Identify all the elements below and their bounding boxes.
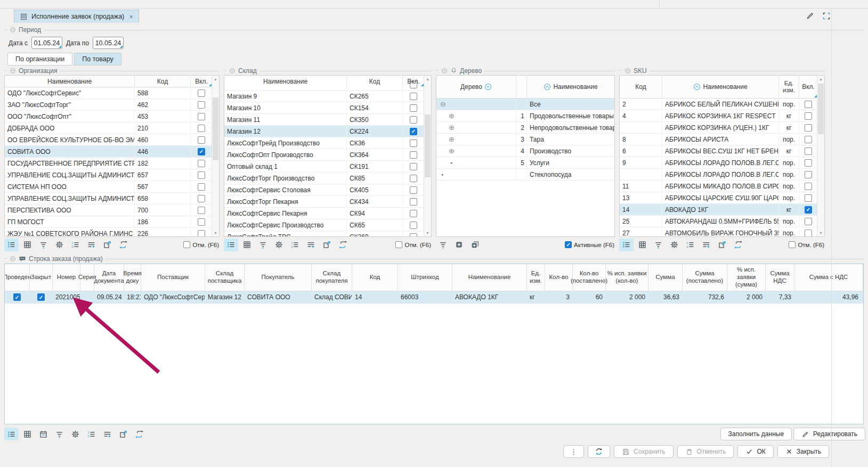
open-external-icon[interactable]: [116, 428, 131, 440]
filter-icon[interactable]: [36, 239, 51, 251]
date-to-input[interactable]: 10.05.24: [93, 37, 124, 49]
sklad-row-checkbox[interactable]: [410, 233, 417, 237]
sklad-row-checkbox[interactable]: [410, 175, 417, 182]
sort-asc-icon[interactable]: [693, 83, 701, 91]
order-closed-checkbox[interactable]: [37, 293, 45, 301]
sklad-row-checkbox[interactable]: [410, 222, 417, 229]
order-column-header[interactable]: Серия: [80, 264, 94, 291]
tree-col-tree[interactable]: Дерево: [436, 76, 516, 98]
collapse-icon[interactable]: [10, 256, 16, 262]
sklad-row[interactable]: Магазин 9 СК265: [224, 91, 424, 102]
org-row-checkbox[interactable]: [198, 218, 205, 226]
org-scrollbar[interactable]: ▲ ▼: [212, 76, 219, 236]
order-row[interactable]: 202100509.05.2418:21ОДО "ЛюксСофтСервис"…: [5, 291, 863, 304]
order-column-header[interactable]: Кол-во (поставлено): [573, 264, 606, 291]
sku-row-checkbox[interactable]: [805, 183, 812, 190]
org-row[interactable]: ЗАО "ЛюксСофтТорг" 462: [5, 99, 212, 111]
sklad-row-checkbox[interactable]: [410, 104, 417, 112]
org-col-vkl[interactable]: Вкл.: [191, 76, 212, 87]
cancel-button[interactable]: Отменить: [677, 445, 734, 458]
org-row-checkbox[interactable]: [198, 207, 205, 214]
order-column-header[interactable]: % исп. заявки (сумма): [727, 264, 766, 291]
org-col-code[interactable]: Код: [135, 76, 191, 87]
tree-active-checkbox[interactable]: [565, 241, 572, 248]
filter-icon[interactable]: [436, 239, 450, 251]
edit-pencil-icon[interactable]: [806, 11, 815, 20]
order-column-header[interactable]: Код: [352, 264, 398, 291]
sku-row[interactable]: 11 АБРИКОСЫ МИКАДО ПОЛОВ.В СИРОПЕ 8 пор.: [620, 181, 817, 192]
org-row-checkbox[interactable]: [198, 113, 205, 120]
tree-node-icon[interactable]: [439, 135, 455, 143]
sku-row-checkbox[interactable]: [805, 171, 812, 178]
tree-node-icon[interactable]: [439, 161, 452, 165]
tree-node-icon[interactable]: [439, 124, 455, 132]
order-column-header[interactable]: Кол-во: [545, 264, 573, 291]
order-column-header[interactable]: Сумма (поставлено): [683, 264, 727, 291]
scroll-thumb[interactable]: [213, 97, 218, 160]
org-row-checkbox[interactable]: [198, 160, 205, 167]
tab-by-organization[interactable]: По организации: [7, 53, 72, 65]
sku-row[interactable]: 8 АБРИКОСЫ АРИСТА пор.: [620, 134, 817, 145]
grid-view-icon[interactable]: [635, 239, 650, 251]
sku-row[interactable]: 2 АБРИКОС БЕЛЫЙ ПЕЛИКАН СУШЕНЫЙ 20 пор.: [620, 99, 817, 110]
order-column-header[interactable]: Склад покупателя: [312, 264, 352, 291]
tree-row[interactable]: Стеклопосуда: [436, 169, 614, 181]
sku-row-checkbox[interactable]: [805, 112, 812, 120]
order-column-header[interactable]: Время доку: [124, 264, 141, 291]
org-row-checkbox[interactable]: [198, 171, 205, 179]
org-row[interactable]: УПРАВЛЕНИЕ СОЦ.ЗАЩИТЫ АДМИНИСТ 657: [5, 169, 212, 181]
tree-row[interactable]: 2 Непродовольственные товары: [436, 122, 614, 134]
order-column-header[interactable]: Наименование: [452, 264, 527, 291]
edit-button[interactable]: Редактировать: [793, 428, 865, 440]
sku-col-name[interactable]: Наименование: [662, 76, 779, 98]
order-column-header[interactable]: Сумма: [648, 264, 683, 291]
collapse-icon[interactable]: [441, 68, 448, 74]
scroll-up-icon[interactable]: ▲: [214, 76, 217, 83]
order-column-header[interactable]: Сумма с НДС: [794, 264, 863, 291]
sku-row[interactable]: 25 АВТОКАРАНДАШ 0.5ММ+ГРИФЕЛЬ 55951 пор.: [620, 216, 817, 227]
sklad-row-checkbox[interactable]: [410, 128, 417, 135]
add-node-icon[interactable]: [452, 239, 466, 251]
sku-row-checkbox[interactable]: [805, 194, 812, 202]
sku-row-checkbox[interactable]: [805, 136, 812, 143]
sku-row[interactable]: 13 АБРИКОСЫ ЦАРСКИЕ СУШ.90Г ЦАРСКИЕ пор.: [620, 192, 817, 204]
calendar-icon[interactable]: [36, 428, 51, 440]
tab-close-icon[interactable]: ×: [129, 13, 133, 21]
sklad-row[interactable]: ЛюксСофтОпт Производство СК364: [224, 149, 424, 161]
ok-button[interactable]: ОК: [737, 445, 773, 458]
list-view-icon[interactable]: [4, 239, 19, 251]
sku-col-vkl[interactable]: Вкл.: [799, 76, 817, 98]
scroll-down-icon[interactable]: ▼: [426, 230, 429, 236]
org-row-checkbox[interactable]: [198, 89, 205, 97]
tree-row[interactable]: Все: [436, 99, 614, 110]
add-rows-icon[interactable]: [304, 239, 318, 251]
close-button[interactable]: Закрыть: [777, 445, 829, 458]
tree-row[interactable]: 5 Услуги: [436, 157, 614, 169]
fill-data-button[interactable]: Заполнить данные: [720, 428, 792, 440]
order-posted-checkbox[interactable]: [13, 293, 21, 301]
sklad-row[interactable]: ЛюксСофтТорг Пекарня СК434: [224, 196, 424, 208]
tab-execution-orders[interactable]: Исполнение заявок (продажа) ×: [14, 10, 139, 23]
sklad-row[interactable]: ЛюксСофтТорг Производство СК85: [224, 173, 424, 184]
filter-icon[interactable]: [651, 239, 666, 251]
save-button[interactable]: Сохранить: [614, 445, 674, 458]
more-button[interactable]: ⋮: [563, 445, 584, 458]
org-row[interactable]: СОВИТА ООО 446: [5, 146, 212, 158]
order-column-header[interactable]: Сумма НДС: [766, 264, 794, 291]
sklad-row[interactable]: ЛюксСофтТрейд Производство СК36: [224, 137, 424, 149]
scroll-thumb[interactable]: [818, 84, 824, 134]
refresh-icon[interactable]: [116, 239, 131, 251]
org-row-checkbox[interactable]: [198, 230, 205, 237]
sklad-col-code[interactable]: Код: [347, 76, 403, 87]
order-column-header[interactable]: Проведен: [5, 264, 30, 291]
sku-row-checkbox[interactable]: [805, 159, 812, 167]
grid-view-icon[interactable]: [20, 239, 35, 251]
sku-otm-checkbox[interactable]: [789, 241, 796, 248]
gear-icon[interactable]: [52, 239, 67, 251]
sklad-row-checkbox[interactable]: [410, 163, 417, 170]
sklad-col-vkl[interactable]: Вкл.: [403, 76, 424, 87]
sklad-scrollbar[interactable]: ▲ ▼: [424, 76, 431, 236]
add-nodes-icon[interactable]: [468, 239, 482, 251]
order-column-header[interactable]: Ед. изм.: [527, 264, 545, 291]
add-rows-icon[interactable]: [84, 239, 99, 251]
